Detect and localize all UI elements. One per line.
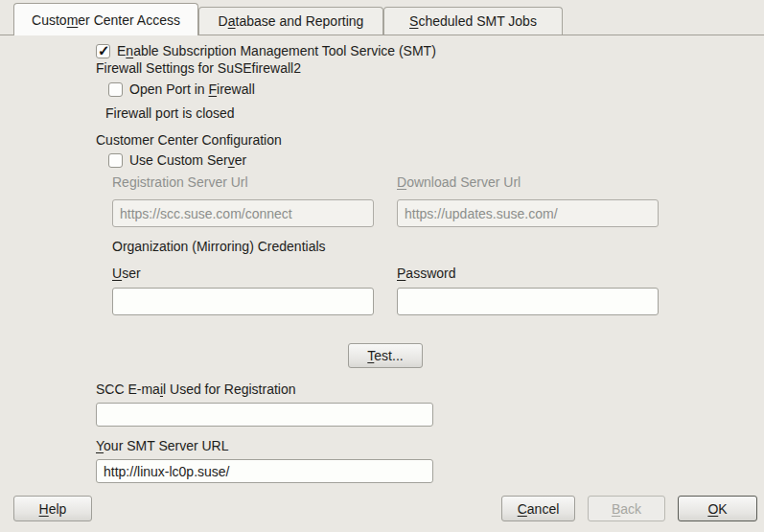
firewall-settings-heading: Firewall Settings for SuSEfirewall2 (96, 60, 301, 77)
user-input[interactable] (112, 288, 374, 315)
tab-database-and-reporting[interactable]: Database and Reporting (198, 7, 383, 35)
scc-email-label: SCC E-mail Used for Registration (96, 382, 296, 398)
organization-credentials-heading: Organization (Mirroring) Credentials (112, 239, 326, 255)
scc-email-input[interactable] (96, 403, 433, 427)
ok-button[interactable]: OK (678, 496, 757, 521)
open-port-checkbox[interactable] (108, 82, 123, 97)
customer-center-configuration-heading: Customer Center Configuration (96, 132, 282, 149)
registration-server-url-input[interactable] (112, 199, 374, 227)
tab-customer-center-access[interactable]: Customer Center Access (13, 3, 198, 35)
open-port-label[interactable]: Open Port in Firewall (129, 81, 255, 98)
test-button[interactable]: Test... (348, 343, 423, 368)
tab-label: Customer Center Access (32, 12, 180, 28)
password-input[interactable] (397, 288, 659, 315)
tab-label: Scheduled SMT Jobs (409, 13, 537, 29)
registration-server-url-label: Registration Server Url (112, 174, 248, 191)
download-server-url-label: Download Server Url (397, 174, 521, 191)
smt-server-url-label: Your SMT Server URL (96, 438, 229, 454)
tab-scheduled-smt-jobs[interactable]: Scheduled SMT Jobs (383, 7, 563, 35)
back-button: Back (588, 496, 665, 521)
firewall-status-text: Firewall port is closed (105, 105, 235, 122)
cancel-button[interactable]: Cancel (501, 496, 575, 521)
use-custom-server-label[interactable]: Use Custom Server (129, 152, 246, 169)
tab-label: Database and Reporting (219, 13, 364, 29)
password-label: Password (397, 266, 455, 282)
smt-configuration-window: Customer Center Access Database and Repo… (0, 0, 764, 532)
user-label: User (112, 266, 141, 282)
enable-smt-label[interactable]: Enable Subscription Management Tool Serv… (117, 43, 436, 59)
download-server-url-input[interactable] (397, 199, 659, 227)
use-custom-server-checkbox[interactable] (108, 153, 123, 168)
help-button[interactable]: Help (13, 496, 92, 521)
tab-bar: Customer Center Access Database and Repo… (0, 4, 764, 35)
enable-smt-checkbox[interactable] (96, 44, 110, 58)
smt-server-url-input[interactable] (96, 459, 433, 483)
